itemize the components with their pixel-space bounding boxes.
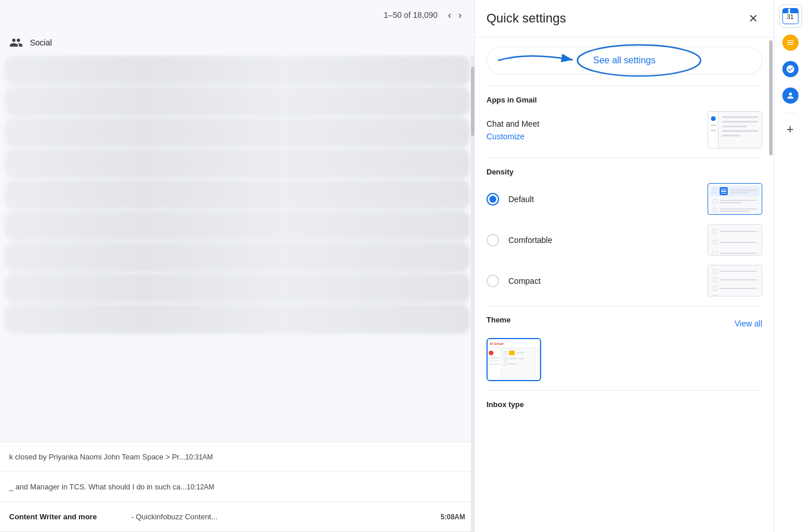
arrow-annotation (492, 46, 607, 75)
theme-sidebar-line (489, 360, 499, 362)
qs-scrollbar-thumb (769, 40, 773, 155)
density-option-comfortable[interactable]: Comfortable (486, 224, 762, 256)
quick-settings-header: Quick settings ✕ (475, 0, 774, 37)
radio-inner (489, 196, 496, 203)
density-option-default[interactable]: Default (486, 183, 762, 215)
email-time: 10:31AM (185, 453, 213, 461)
tasks-icon (782, 35, 799, 51)
sidebar-line (710, 124, 716, 126)
email-sender: _ and Manager in TCS. What should I do i… (9, 482, 187, 491)
view-all-button[interactable]: View all (735, 319, 762, 328)
prev-page-button[interactable]: ‹ (444, 6, 455, 25)
theme-sidebar-line (489, 357, 499, 359)
theme-top-bar: M Gmail (488, 339, 540, 348)
theme-header: Theme View all (486, 316, 762, 331)
next-page-button[interactable]: › (455, 6, 465, 25)
quick-settings-scrollbar[interactable] (769, 35, 773, 532)
radio-compact[interactable] (486, 275, 499, 287)
email-sender: k closed by Priyanka Naomi John Team Spa… (9, 453, 185, 461)
dp-checkbox (713, 295, 717, 297)
content-line (722, 126, 747, 127)
dp-checkbox (713, 208, 717, 212)
dp-line (730, 189, 757, 191)
blurred-row (5, 273, 470, 303)
quick-settings-title: Quick settings (486, 11, 566, 26)
email-item[interactable]: _ and Manager in TCS. What should I do i… (0, 472, 474, 502)
dp-row (710, 268, 759, 275)
theme-sidebar-dot (489, 351, 493, 355)
calendar-icon-button[interactable]: ▌ 31 (779, 5, 802, 28)
customize-button[interactable]: Customize (486, 132, 539, 141)
dp-row (710, 238, 759, 247)
theme-preview[interactable]: M Gmail (486, 338, 541, 381)
dp-row (710, 249, 759, 256)
calendar-icon: ▌ 31 (782, 8, 799, 24)
inbox-type-section: Inbox type (486, 390, 762, 420)
email-sender-bold: Content Writer and more (9, 512, 124, 521)
density-label-compact: Compact (508, 276, 541, 286)
chat-meet-label: Chat and Meet (486, 119, 539, 128)
dp-icon-lines (721, 189, 727, 194)
dp-checkbox (713, 240, 717, 245)
theme-content-row (504, 362, 538, 366)
density-left: Comfortable (486, 234, 552, 246)
theme-sidebar (488, 348, 501, 380)
cal-day: 31 (786, 13, 793, 20)
dp-icon-line (721, 189, 727, 190)
dp-line (720, 200, 757, 201)
chat-meet-preview (708, 111, 762, 149)
right-divider (784, 113, 797, 113)
sidebar-line (710, 130, 716, 131)
dp-line (720, 253, 757, 254)
dp-checkbox (713, 251, 717, 256)
density-option-compact[interactable]: Compact (486, 265, 762, 297)
dp-lines (720, 231, 757, 232)
quick-settings-body: See all settings Apps in Gmail Chat and … (475, 37, 774, 532)
content-line (722, 135, 740, 136)
dp-icon (720, 187, 728, 195)
theme-dash (509, 363, 517, 364)
dp-lines (720, 200, 757, 203)
social-row[interactable]: Social (0, 30, 474, 55)
apps-in-gmail-section: Apps in Gmail Chat and Meet Customize (486, 86, 762, 158)
cal-top: ▌ (783, 9, 798, 13)
radio-comfortable[interactable] (486, 234, 499, 246)
dp-lines (720, 253, 757, 254)
dp-line (720, 231, 757, 232)
dp-line (720, 208, 757, 210)
content-line (722, 121, 758, 123)
content-line (722, 130, 758, 132)
dp-checkbox (713, 286, 717, 291)
dp-lines (720, 271, 757, 272)
dp-row (710, 285, 759, 292)
close-button[interactable]: ✕ (744, 9, 762, 28)
contacts-icon-button[interactable] (779, 84, 802, 107)
email-item[interactable]: k closed by Priyanka Naomi John Team Spa… (0, 442, 474, 472)
tasks-svg (786, 38, 795, 47)
email-item[interactable]: Content Writer and more - Quickinfobuzz … (0, 502, 474, 532)
blurred-row (5, 304, 470, 334)
dp-line (720, 279, 757, 280)
dp-row (710, 186, 759, 196)
theme-dash (519, 358, 524, 359)
add-button[interactable]: + (779, 118, 802, 141)
dp-lines (720, 208, 757, 212)
apps-row: Chat and Meet Customize (486, 111, 762, 149)
radio-default[interactable] (486, 193, 499, 206)
dp-checkbox (713, 189, 717, 193)
tasks-icon-button[interactable] (779, 31, 802, 54)
check-svg (786, 64, 795, 74)
theme-checkbox (504, 362, 507, 366)
dp-line (720, 202, 742, 203)
theme-dash (509, 358, 517, 359)
inbox-type-title: Inbox type (486, 400, 762, 409)
density-options: Default (486, 183, 762, 297)
keep-icon-button[interactable] (779, 58, 802, 81)
theme-edit-icon (509, 351, 515, 355)
apps-in-gmail-title: Apps in Gmail (486, 96, 762, 104)
density-preview-comfortable (708, 224, 762, 256)
gmail-logo: M Gmail (490, 342, 503, 345)
dp-row (710, 227, 759, 236)
email-subject: - Quickinfobuzz Content... (131, 512, 434, 521)
theme-content-row (504, 357, 538, 360)
